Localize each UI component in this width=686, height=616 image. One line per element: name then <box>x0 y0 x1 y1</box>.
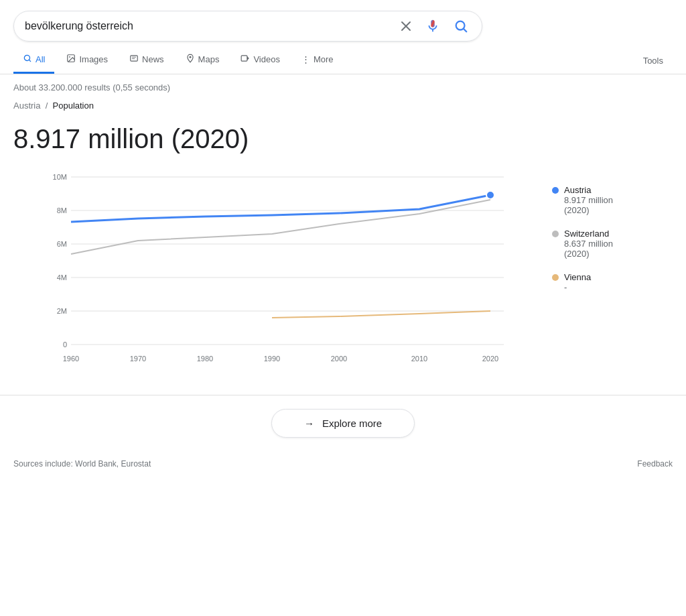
vienna-legend-value: - <box>564 282 591 292</box>
legend-item-austria: Austria 8.917 million(2020) <box>552 185 673 215</box>
feedback-button[interactable]: Feedback <box>637 459 673 469</box>
austria-dot <box>552 187 559 194</box>
svg-text:4M: 4M <box>57 273 67 282</box>
search-bar-container <box>0 0 686 42</box>
svg-text:1990: 1990 <box>264 355 280 363</box>
chart-section: 10M 8M 6M 4M 2M 0 1960 1970 1980 1990 20… <box>0 165 686 395</box>
tab-videos[interactable]: Videos <box>231 47 289 74</box>
svg-text:1960: 1960 <box>63 355 79 363</box>
explore-arrow-icon: → <box>304 418 314 429</box>
svg-text:2010: 2010 <box>411 355 427 363</box>
tab-videos-label: Videos <box>253 54 280 64</box>
tools-button[interactable]: Tools <box>634 49 673 72</box>
austria-legend-value: 8.917 million(2020) <box>564 195 613 215</box>
svg-rect-12 <box>242 56 248 61</box>
images-icon <box>66 54 76 65</box>
tab-more-label: More <box>314 54 334 64</box>
tab-news[interactable]: News <box>120 47 174 74</box>
chart-legend: Austria 8.917 million(2020) Switzerland … <box>552 165 673 306</box>
tab-more[interactable]: ⋮ More <box>292 48 343 73</box>
svg-text:1970: 1970 <box>130 355 146 363</box>
results-info: About 33.200.000 results (0,55 seconds) <box>0 74 686 98</box>
tab-maps[interactable]: Maps <box>176 47 229 74</box>
search-icon <box>454 19 468 34</box>
search-button[interactable] <box>451 16 471 36</box>
all-icon <box>23 54 32 65</box>
switzerland-dot <box>552 231 559 237</box>
population-chart: 10M 8M 6M 4M 2M 0 1960 1970 1980 1990 20… <box>13 165 539 379</box>
mic-icon <box>425 19 440 34</box>
vienna-legend-name: Vienna <box>564 272 591 282</box>
search-icons <box>397 16 471 36</box>
svg-line-5 <box>29 60 31 62</box>
tab-images[interactable]: Images <box>57 47 117 74</box>
explore-more-button[interactable]: → Explore more <box>271 409 415 438</box>
svg-text:2M: 2M <box>57 307 67 315</box>
legend-item-vienna: Vienna - <box>552 272 673 292</box>
search-input[interactable] <box>25 20 397 32</box>
svg-text:0: 0 <box>63 341 67 349</box>
explore-more-label: Explore more <box>322 418 382 429</box>
footer: Sources include: World Bank, Eurostat Fe… <box>0 451 686 477</box>
nav-tabs: All Images News Maps <box>0 42 686 74</box>
austria-legend-name: Austria <box>564 185 613 195</box>
chart-wrapper: 10M 8M 6M 4M 2M 0 1960 1970 1980 1990 20… <box>13 165 539 381</box>
more-icon: ⋮ <box>301 54 310 64</box>
tab-all-label: All <box>36 54 45 64</box>
tab-images-label: Images <box>79 54 108 64</box>
svg-text:6M: 6M <box>57 240 67 248</box>
switzerland-legend-value: 8.637 million(2020) <box>564 239 613 259</box>
breadcrumb-current: Population <box>53 101 94 111</box>
clear-button[interactable] <box>397 17 415 35</box>
tab-all[interactable]: All <box>13 47 54 74</box>
news-icon <box>129 54 139 65</box>
mic-button[interactable] <box>423 16 443 36</box>
clear-icon <box>400 20 412 32</box>
svg-text:8M: 8M <box>57 206 67 214</box>
legend-item-switzerland: Switzerland 8.637 million(2020) <box>552 229 673 259</box>
population-figure: 8.917 million (2020) <box>0 119 686 165</box>
svg-text:1980: 1980 <box>197 355 213 363</box>
sources-text: Sources include: World Bank, Eurostat <box>13 459 151 469</box>
videos-icon <box>241 54 250 65</box>
svg-line-3 <box>464 29 466 32</box>
maps-icon <box>186 54 195 65</box>
svg-text:2020: 2020 <box>482 355 498 363</box>
svg-text:2000: 2000 <box>331 355 347 363</box>
explore-section: → Explore more <box>0 395 686 451</box>
svg-text:10M: 10M <box>53 173 67 181</box>
tab-news-label: News <box>142 54 164 64</box>
search-bar <box>13 11 482 42</box>
tab-maps-label: Maps <box>198 54 220 64</box>
vienna-dot <box>552 274 559 281</box>
svg-point-33 <box>486 191 494 199</box>
breadcrumb: Austria / Population <box>0 98 686 119</box>
svg-point-11 <box>189 56 191 58</box>
switzerland-legend-name: Switzerland <box>564 229 613 239</box>
svg-rect-8 <box>131 56 138 61</box>
svg-point-7 <box>70 56 71 58</box>
svg-marker-13 <box>247 56 249 60</box>
